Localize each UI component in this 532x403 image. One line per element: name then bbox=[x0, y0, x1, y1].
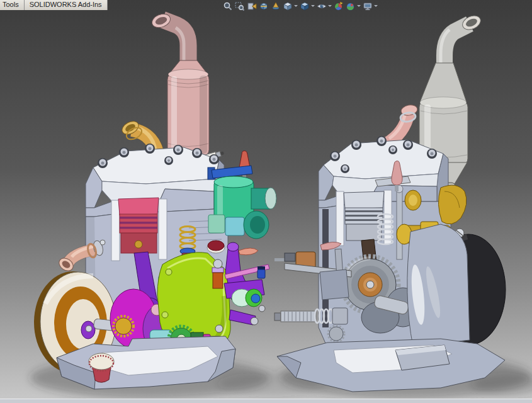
display-style-dropdown[interactable] bbox=[310, 1, 315, 11]
zoom-to-fit-button[interactable] bbox=[222, 1, 234, 11]
previous-view-button[interactable] bbox=[246, 1, 258, 11]
back-arrow-icon bbox=[247, 1, 257, 11]
chevron-down-icon bbox=[357, 5, 361, 7]
magnifier-icon bbox=[223, 1, 233, 11]
appearance-ball-icon bbox=[334, 1, 344, 11]
apply-scene-dropdown[interactable] bbox=[356, 1, 361, 11]
hide-show-items-dropdown[interactable] bbox=[327, 1, 332, 11]
cube-icon bbox=[283, 1, 293, 11]
view-settings-dropdown[interactable] bbox=[373, 1, 378, 11]
chevron-down-icon bbox=[328, 5, 332, 7]
tab-tools[interactable]: Tools bbox=[0, 0, 25, 10]
eye-icon bbox=[317, 1, 327, 11]
display-style-button[interactable] bbox=[298, 1, 310, 11]
view-settings-button[interactable] bbox=[361, 1, 373, 11]
solidworks-window: Tools SOLIDWORKS Add-Ins bbox=[0, 0, 532, 403]
bearing-column[interactable] bbox=[407, 224, 470, 346]
hide-show-items-button[interactable] bbox=[315, 1, 327, 11]
view-orientation-button[interactable] bbox=[281, 1, 293, 11]
status-bar-edge bbox=[0, 399, 532, 403]
apply-scene-button[interactable] bbox=[344, 1, 356, 11]
edit-appearance-button[interactable] bbox=[332, 1, 344, 11]
chevron-down-icon bbox=[294, 5, 298, 7]
magnifier-area-icon bbox=[235, 1, 245, 11]
piston[interactable] bbox=[118, 198, 159, 253]
section-view-button[interactable] bbox=[258, 1, 269, 11]
tab-solidworks-add-ins[interactable]: SOLIDWORKS Add-Ins bbox=[25, 0, 108, 10]
viewport-3d[interactable] bbox=[0, 0, 532, 403]
zoom-to-area-button[interactable] bbox=[234, 1, 246, 11]
view-orientation-dropdown[interactable] bbox=[293, 1, 298, 11]
heads-up-view-toolbar bbox=[222, 1, 378, 11]
section-cube-icon bbox=[259, 1, 269, 11]
shaded-cube-icon bbox=[300, 1, 310, 11]
scene-ball-icon bbox=[346, 1, 356, 11]
chevron-down-icon bbox=[374, 5, 378, 7]
monitor-icon bbox=[363, 1, 373, 11]
gold-cone-icon bbox=[271, 1, 281, 11]
chevron-down-icon bbox=[311, 5, 315, 7]
command-manager-tabbar: Tools SOLIDWORKS Add-Ins bbox=[0, 0, 108, 10]
3d-drawing-view-button[interactable] bbox=[269, 1, 281, 11]
